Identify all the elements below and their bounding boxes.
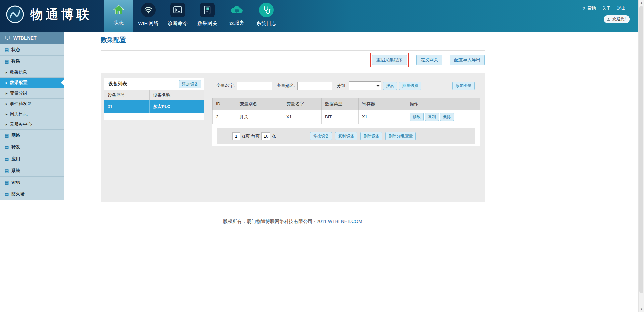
tab-diagnose[interactable]: 诊断命令: [163, 0, 193, 32]
device-list-header: 设备列表 添加设备: [104, 78, 204, 90]
sidebar-header: WTBLNET: [0, 32, 64, 44]
menu-grid-icon: ▤: [5, 145, 9, 150]
cell-name: X1: [283, 110, 322, 124]
footer-link[interactable]: WTBLNET.COM: [328, 219, 362, 224]
modify-variable-button[interactable]: 修改: [410, 113, 424, 121]
help-link[interactable]: 帮助: [587, 5, 596, 11]
add-variable-button[interactable]: 添加变量: [452, 82, 475, 90]
tab-gateway-label: 数采网关: [197, 20, 217, 27]
arrow-right-icon: ▸: [6, 70, 8, 75]
cloud-icon: [229, 2, 244, 17]
cell-dtype: BIT: [322, 110, 359, 124]
page-text: /1页 每页: [242, 133, 260, 139]
menu-grid-icon: ▤: [5, 168, 9, 173]
define-gateway-button[interactable]: 定义网关: [416, 55, 442, 65]
menu-grid-icon: ▤: [5, 47, 9, 52]
scroll-thumb[interactable]: [639, 6, 643, 293]
pagination-bar: /1页 每页 条 修改设备 复制设备 删除设备 删除分组变量: [217, 128, 475, 144]
col-name: 变量名字: [283, 98, 322, 110]
footer: 版权所有：厦门物通博联网络科技有限公司 · 2011 WTBLNET.COM: [101, 219, 485, 225]
arrow-right-icon: ▸: [6, 112, 8, 116]
tab-syslog-label: 系统日志: [256, 20, 276, 27]
sidebar-subitem-cloud-center[interactable]: ▸ 云服务中心: [0, 119, 64, 130]
sidebar-item-data-collect[interactable]: ▤ 数采: [0, 56, 64, 67]
search-button[interactable]: 搜索: [383, 82, 397, 90]
restart-highlight-box: 重启采集程序: [370, 53, 409, 67]
scroll-down-arrow[interactable]: ▼: [639, 306, 644, 312]
cell-actions: 修改 复制 删除: [406, 110, 480, 124]
sidebar-item-vpn[interactable]: ▤ VPN: [0, 177, 64, 188]
page-title: 数采配置: [101, 36, 126, 44]
tab-cloud[interactable]: 云服务: [222, 0, 252, 32]
header-links: ? 帮助 关于 退出: [582, 5, 626, 11]
user-icon: [606, 17, 611, 21]
tab-status[interactable]: 状态: [104, 0, 133, 32]
variables-table-header-row: ID 变量别名 变量名字 数据类型 寄存器 操作: [213, 98, 480, 110]
device-list-panel: 设备列表 添加设备 设备序号 设备名称 01 永宏PLC: [104, 78, 204, 120]
restart-capture-button[interactable]: 重启采集程序: [372, 55, 407, 65]
var-name-input[interactable]: [237, 82, 272, 90]
copy-variable-button[interactable]: 复制: [425, 113, 439, 121]
tab-gateway[interactable]: 数采网关: [193, 0, 222, 32]
per-page-input[interactable]: [261, 132, 270, 140]
brand-name: 物通博联: [30, 6, 92, 23]
add-device-button[interactable]: 添加设备: [179, 80, 201, 88]
about-link[interactable]: 关于: [602, 5, 611, 11]
delete-variable-button[interactable]: 删除: [440, 113, 454, 121]
page-number-input[interactable]: [232, 132, 240, 140]
tab-cloud-label: 云服务: [229, 20, 245, 26]
sidebar-item-firewall[interactable]: ▤ 防火墙: [0, 188, 64, 200]
menu-grid-icon: ▤: [5, 180, 9, 185]
sidebar-item-network[interactable]: ▤ 网络: [0, 130, 64, 141]
copy-device-button[interactable]: 复制设备: [335, 132, 357, 140]
group-select[interactable]: [349, 81, 381, 90]
title-divider: [101, 50, 485, 51]
sidebar-item-status[interactable]: ▤ 状态: [0, 44, 64, 56]
var-alias-input[interactable]: [297, 82, 332, 90]
menu-grid-icon: ▤: [5, 133, 9, 138]
cell-id: 2: [213, 110, 236, 124]
sidebar-subitem-collect-config[interactable]: ▸ 数采配置: [0, 78, 64, 88]
help-icon: ?: [582, 6, 585, 11]
logout-link[interactable]: 退出: [617, 5, 626, 11]
col-id: ID: [213, 98, 236, 110]
delete-device-button[interactable]: 删除设备: [360, 132, 382, 140]
sidebar-subitem-gateway-log[interactable]: ▸ 网关日志: [0, 109, 64, 119]
device-name: 永宏PLC: [150, 104, 170, 110]
content-panel: 设备列表 添加设备 设备序号 设备名称 01 永宏PLC 变量名字: 变量别名:…: [101, 73, 485, 202]
sidebar-item-forward[interactable]: ▤ 转发: [0, 141, 64, 153]
pagination-controls: /1页 每页 条: [232, 132, 276, 140]
tab-syslog[interactable]: 系统日志: [252, 0, 281, 32]
batch-select-button[interactable]: 批量选择: [399, 82, 421, 90]
tab-wifi[interactable]: WIFI网络: [133, 0, 163, 32]
sidebar-item-application[interactable]: ▤ 应用: [0, 153, 64, 165]
welcome-text: 欢迎您!: [612, 16, 626, 22]
home-icon: [111, 2, 126, 17]
welcome-badge[interactable]: 欢迎您!: [604, 15, 630, 23]
scroll-up-arrow[interactable]: ▲: [639, 0, 644, 6]
variable-search-bar: 变量名字: 变量别名: 分组: 搜索 批量选择 添加变量: [216, 81, 475, 90]
vertical-scrollbar[interactable]: ▲ ▼: [638, 0, 644, 312]
delete-group-vars-button[interactable]: 删除分组变量: [385, 132, 416, 140]
footer-divider: [101, 210, 485, 210]
arrow-right-icon: ▸: [6, 91, 8, 96]
menu-grid-icon: ▤: [5, 192, 9, 197]
sidebar-subitem-collect-info[interactable]: ▸ 数采信息: [0, 67, 64, 78]
sidebar-subitem-event-trigger[interactable]: ▸ 事件触发器: [0, 99, 64, 109]
logo: 物通博联: [5, 5, 92, 24]
variables-table: ID 变量别名 变量名字 数据类型 寄存器 操作 2 开关 X1 BIT X1: [212, 98, 480, 124]
table-row: 2 开关 X1 BIT X1 修改 复制 删除: [213, 110, 480, 124]
sidebar-item-system[interactable]: ▤ 系统: [0, 165, 64, 177]
config-import-export-button[interactable]: 配置导入导出: [450, 55, 485, 65]
var-name-label: 变量名字:: [216, 83, 235, 89]
modify-device-button[interactable]: 修改设备: [310, 132, 332, 140]
col-alias: 变量别名: [236, 98, 283, 110]
var-alias-label: 变量别名:: [277, 83, 296, 89]
cell-register: X1: [359, 110, 406, 124]
sidebar-subitem-variable-group[interactable]: ▸ 变量分组: [0, 88, 64, 99]
active-notch: [61, 80, 64, 85]
group-label: 分组:: [337, 83, 347, 89]
arrow-right-icon: ▸: [6, 102, 8, 106]
device-name-column: 设备名称: [150, 92, 170, 98]
device-row-selected[interactable]: 01 永宏PLC: [104, 100, 204, 113]
